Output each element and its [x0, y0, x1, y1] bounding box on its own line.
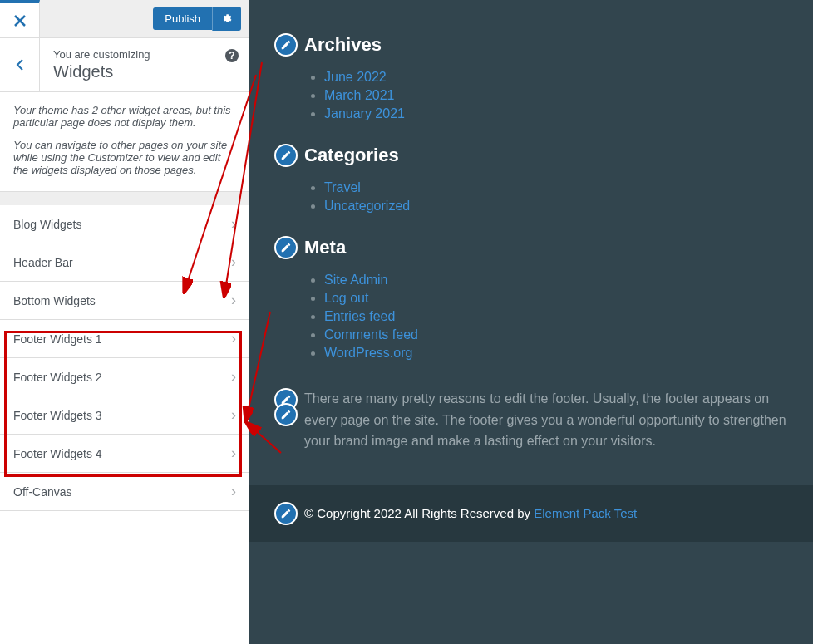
meta-widget-header: Meta: [274, 236, 788, 259]
list-item: Entries feed: [324, 307, 788, 326]
archives-list: June 2022 March 2021 January 2021: [324, 68, 788, 123]
edit-shortcut-categories[interactable]: [274, 144, 298, 167]
widget-area-bottom[interactable]: Bottom Widgets›: [0, 282, 249, 320]
list-item: WordPress.org: [324, 344, 788, 362]
chevron-right-icon: ›: [231, 406, 236, 424]
help-icon: ?: [224, 48, 239, 63]
publish-button[interactable]: Publish: [153, 7, 212, 30]
copyright-link[interactable]: Element Pack Test: [534, 506, 637, 520]
preview-pane: Archives June 2022 March 2021 January 20…: [249, 0, 813, 644]
text-widget-content: There are many pretty reasons to edit th…: [304, 388, 788, 452]
close-button[interactable]: [0, 0, 40, 37]
footer-copyright: © Copyright 2022 All Rights Reserved by …: [249, 485, 813, 542]
sidebar-top: Publish: [0, 0, 249, 38]
meta-link[interactable]: Comments feed: [324, 327, 418, 342]
chevron-right-icon: ›: [231, 483, 236, 500]
description-p1: Your theme has 2 other widget areas, but…: [13, 104, 236, 129]
chevron-right-icon: ›: [231, 253, 236, 271]
category-link[interactable]: Uncategorized: [324, 199, 410, 213]
categories-widget-header: Categories: [274, 144, 788, 167]
customizing-label: You are customizing: [53, 48, 236, 61]
edit-shortcut-copyright[interactable]: [274, 502, 298, 525]
customizer-sidebar: Publish You are customizing Widgets ? Yo…: [0, 0, 249, 644]
widget-area-off-canvas[interactable]: Off-Canvas›: [0, 473, 249, 511]
list-item: Log out: [324, 289, 788, 307]
widget-area-header-bar[interactable]: Header Bar›: [0, 243, 249, 282]
pencil-icon: [280, 242, 292, 253]
edit-shortcut-meta[interactable]: [274, 236, 298, 259]
list-item: Travel: [324, 179, 788, 197]
meta-link[interactable]: Log out: [324, 291, 368, 305]
list-item: January 2021: [324, 105, 788, 123]
publish-area: Publish: [40, 0, 249, 37]
archives-title: Archives: [304, 34, 382, 56]
svg-text:?: ?: [229, 50, 234, 61]
edit-shortcut-stack: [274, 388, 298, 423]
archives-widget-header: Archives: [274, 33, 788, 57]
categories-list: Travel Uncategorized: [324, 179, 788, 215]
categories-title: Categories: [304, 145, 399, 166]
widget-area-list: Blog Widgets› Header Bar› Bottom Widgets…: [0, 205, 249, 511]
panel-description: Your theme has 2 other widget areas, but…: [0, 92, 249, 192]
help-button[interactable]: ?: [224, 48, 239, 63]
list-item: June 2022: [324, 68, 788, 86]
chevron-right-icon: ›: [231, 292, 236, 309]
publish-settings-button[interactable]: [212, 7, 241, 31]
meta-link[interactable]: Site Admin: [324, 273, 387, 287]
pencil-icon: [280, 39, 292, 51]
close-icon: [14, 15, 26, 27]
chevron-right-icon: ›: [231, 368, 236, 386]
copyright-text: © Copyright 2022 All Rights Reserved by …: [304, 506, 637, 520]
edit-shortcut-text-2[interactable]: [274, 403, 298, 426]
list-item: Uncategorized: [324, 197, 788, 215]
meta-title: Meta: [304, 237, 346, 258]
description-p2: You can navigate to other pages on your …: [13, 139, 236, 176]
chevron-right-icon: ›: [231, 215, 236, 233]
archive-link[interactable]: March 2021: [324, 88, 395, 102]
gear-icon: [221, 12, 233, 23]
text-widget: There are many pretty reasons to edit th…: [274, 388, 788, 452]
meta-list: Site Admin Log out Entries feed Comments…: [324, 271, 788, 362]
category-link[interactable]: Travel: [324, 180, 361, 194]
chevron-left-icon: [16, 58, 24, 71]
back-button[interactable]: [0, 38, 40, 91]
widget-area-footer-1[interactable]: Footer Widgets 1›: [0, 320, 249, 358]
pencil-icon: [280, 409, 292, 420]
widget-area-blog[interactable]: Blog Widgets›: [0, 205, 249, 243]
widget-area-footer-2[interactable]: Footer Widgets 2›: [0, 358, 249, 396]
chevron-right-icon: ›: [231, 330, 236, 347]
widget-area-footer-4[interactable]: Footer Widgets 4›: [0, 435, 249, 473]
list-item: March 2021: [324, 86, 788, 105]
widget-area-footer-3[interactable]: Footer Widgets 3›: [0, 396, 249, 435]
meta-link[interactable]: WordPress.org: [324, 346, 412, 360]
panel-title: Widgets: [53, 62, 236, 81]
chevron-right-icon: ›: [231, 445, 236, 462]
pencil-icon: [280, 150, 292, 161]
edit-shortcut-archives[interactable]: [274, 33, 298, 57]
pencil-icon: [280, 508, 292, 519]
panel-title-wrap: You are customizing Widgets ?: [40, 38, 249, 91]
panel-header: You are customizing Widgets ?: [0, 38, 249, 92]
archive-link[interactable]: June 2022: [324, 70, 387, 84]
list-item: Site Admin: [324, 271, 788, 289]
archive-link[interactable]: January 2021: [324, 106, 405, 120]
spacer: [0, 192, 249, 205]
list-item: Comments feed: [324, 326, 788, 344]
meta-link[interactable]: Entries feed: [324, 309, 395, 323]
